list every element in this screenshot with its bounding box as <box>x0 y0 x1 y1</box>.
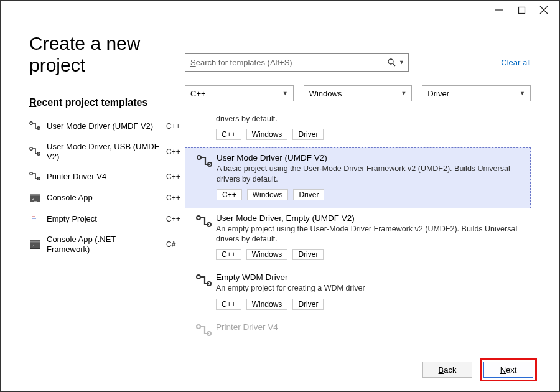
template-title: Printer Driver V4 <box>216 322 525 332</box>
close-button[interactable] <box>539 6 548 14</box>
console-icon: >_ <box>29 192 40 203</box>
highlight-annotation: Next <box>480 358 537 381</box>
driver-icon <box>29 171 40 182</box>
language-tag: C++ <box>166 122 185 131</box>
recent-template-item[interactable]: User Mode Driver, USB (UMDF V2)C++ <box>29 138 185 167</box>
recent-item-label: Empty Project <box>47 214 160 224</box>
template-tag: Driver <box>292 129 324 140</box>
driver-icon <box>29 146 40 157</box>
template-tag: C++ <box>216 249 241 260</box>
language-tag: C++ <box>166 215 185 223</box>
template-item[interactable]: drivers by default.C++WindowsDriver <box>185 109 531 147</box>
back-button[interactable]: Back <box>422 362 472 378</box>
template-tag: C++ <box>217 189 242 200</box>
recent-template-item[interactable]: >_Console App (.NET Framework)C# <box>29 231 185 260</box>
svg-rect-1 <box>518 7 525 13</box>
template-description: drivers by default. <box>216 114 525 124</box>
chevron-down-icon: ▼ <box>520 90 525 96</box>
template-description: An empty project using the User-Mode Dri… <box>216 224 525 245</box>
language-tag: C++ <box>166 194 185 202</box>
clear-all-link[interactable]: Clear all <box>501 58 531 67</box>
template-title: User Mode Driver (UMDF V2) <box>217 153 524 162</box>
svg-point-29 <box>197 325 200 329</box>
language-tag: C++ <box>166 172 185 181</box>
empty-icon <box>29 213 40 225</box>
svg-rect-13 <box>30 215 40 223</box>
window-titlebar <box>1 1 559 19</box>
template-description: A basic project using the User-Mode Driv… <box>217 164 524 184</box>
svg-point-8 <box>30 172 32 175</box>
page-title: Create a newproject <box>29 33 185 76</box>
recent-item-label: Printer Driver V4 <box>47 172 160 182</box>
recent-templates-list: User Mode Driver (UMDF V2)C++User Mode D… <box>29 117 185 260</box>
svg-point-4 <box>30 122 32 124</box>
template-tag: Driver <box>292 249 324 260</box>
chevron-down-icon: ▼ <box>401 90 406 96</box>
chevron-down-icon[interactable]: ▼ <box>399 59 404 65</box>
template-item[interactable]: User Mode Driver (UMDF V2)A basic projec… <box>185 147 531 208</box>
svg-point-23 <box>197 156 201 159</box>
template-description: An empty project for creating a WDM driv… <box>216 283 525 293</box>
template-tag: Windows <box>247 189 289 200</box>
template-title: Empty WDM Driver <box>216 273 525 282</box>
recent-item-label: User Mode Driver (UMDF V2) <box>47 121 160 131</box>
language-tag: C# <box>166 240 185 249</box>
template-tag: Windows <box>246 249 288 260</box>
template-tag: Windows <box>246 129 288 140</box>
button-bar: Back Next <box>1 348 559 391</box>
console-icon: >_ <box>29 239 40 250</box>
svg-point-25 <box>197 216 200 220</box>
recent-item-label: User Mode Driver, USB (UMDF V2) <box>47 142 160 161</box>
svg-point-27 <box>197 275 200 279</box>
svg-rect-11 <box>30 194 40 196</box>
driver-icon <box>191 322 216 337</box>
template-item[interactable]: Printer Driver V4 <box>185 317 531 345</box>
template-tag: Driver <box>292 299 324 310</box>
template-item[interactable]: Empty WDM DriverAn empty project for cre… <box>185 268 531 317</box>
next-button[interactable]: Next <box>483 362 533 378</box>
svg-text:>_: >_ <box>32 197 37 202</box>
recent-heading: Recent project templates <box>29 97 185 108</box>
platform-filter[interactable]: Windows▼ <box>304 85 413 101</box>
recent-template-item[interactable]: User Mode Driver (UMDF V2)C++ <box>29 117 185 138</box>
template-tag: Driver <box>293 189 324 200</box>
template-title: User Mode Driver, Empty (UMDF V2) <box>216 213 525 223</box>
template-tag: C++ <box>216 299 241 310</box>
maximize-button[interactable] <box>517 6 526 14</box>
search-input[interactable]: Search for templates (Alt+S) ▼ <box>185 53 409 72</box>
template-results-list: drivers by default.C++WindowsDriverUser … <box>185 109 531 348</box>
chevron-down-icon: ▼ <box>282 90 288 96</box>
svg-point-19 <box>388 59 393 64</box>
svg-line-20 <box>393 63 395 66</box>
minimize-button[interactable] <box>495 6 503 14</box>
recent-template-item[interactable]: Empty ProjectC++ <box>29 210 185 231</box>
svg-text:>_: >_ <box>32 243 37 248</box>
svg-point-6 <box>30 147 32 149</box>
language-tag: C++ <box>166 147 185 156</box>
recent-item-label: Console App (.NET Framework) <box>47 235 160 254</box>
svg-rect-17 <box>30 240 40 242</box>
template-tag: Windows <box>246 299 288 310</box>
template-tag: C++ <box>216 129 241 140</box>
project-type-filter[interactable]: Driver▼ <box>422 85 531 101</box>
recent-template-item[interactable]: >_Console AppC++ <box>29 189 185 210</box>
template-item[interactable]: User Mode Driver, Empty (UMDF V2)An empt… <box>185 208 531 268</box>
driver-icon <box>191 213 216 261</box>
driver-icon <box>192 153 217 200</box>
recent-item-label: Console App <box>47 193 160 203</box>
driver-icon <box>29 121 40 132</box>
driver-icon <box>191 273 216 309</box>
search-icon <box>388 58 396 67</box>
language-filter[interactable]: C++▼ <box>185 85 294 101</box>
recent-template-item[interactable]: Printer Driver V4C++ <box>29 167 185 189</box>
